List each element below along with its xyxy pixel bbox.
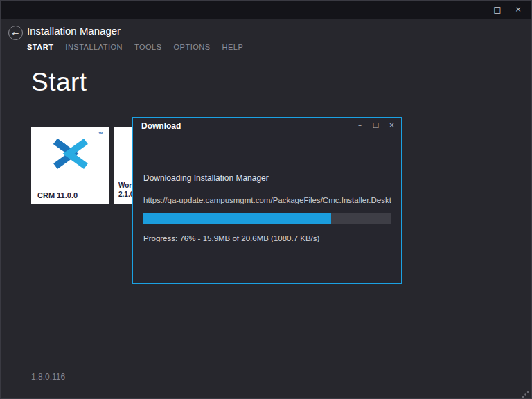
main-menu: START INSTALLATION TOOLS OPTIONS HELP [27,43,243,51]
progress-bar [143,213,391,224]
menu-item-help[interactable]: HELP [222,43,244,51]
titlebar: – □ × [1,1,531,19]
tile-crm-label: CRM 11.0.0 [37,191,78,200]
page-title: Start [31,68,87,97]
tile-crm[interactable]: ™ CRM 11.0.0 [31,127,109,204]
menu-item-start[interactable]: START [27,43,53,51]
window-close-button[interactable]: × [508,1,529,18]
progress-detail-text: Progress: 76% - 15.9MB of 20.6MB (1080.7… [143,234,391,242]
menu-item-tools[interactable]: TOOLS [134,43,162,51]
dialog-maximize-button[interactable]: □ [368,118,384,132]
menu-item-installation[interactable]: INSTALLATION [65,43,123,51]
window-maximize-button[interactable]: □ [487,1,508,18]
window-minimize-button[interactable]: – [466,1,487,18]
download-url-text: https://qa-update.campusmgmt.com/Package… [143,196,391,204]
app-version-label: 1.8.0.116 [31,372,65,382]
back-button[interactable]: ← [8,26,23,40]
page-header-title: Installation Manager [27,25,121,37]
menu-item-options[interactable]: OPTIONS [174,43,211,51]
back-arrow-icon: ← [12,28,19,38]
dialog-close-button[interactable]: × [384,118,400,132]
download-status-text: Downloading Installation Manager [143,173,391,183]
trademark-symbol: ™ [98,132,103,136]
progress-fill [143,213,331,224]
download-dialog-title: Download [141,121,181,131]
download-dialog-body: Downloading Installation Manager https:/… [133,173,401,242]
window-controls: – □ × [466,1,529,19]
app-window: – □ × ← Installation Manager START INSTA… [0,0,532,399]
dialog-minimize-button[interactable]: – [352,118,368,132]
download-dialog-titlebar: Download – □ × [133,118,401,134]
resize-grip-icon[interactable] [522,389,529,396]
download-dialog: Download – □ × Downloading Installation … [132,117,402,284]
download-dialog-controls: – □ × [352,118,400,132]
crm-logo-icon [31,134,109,174]
